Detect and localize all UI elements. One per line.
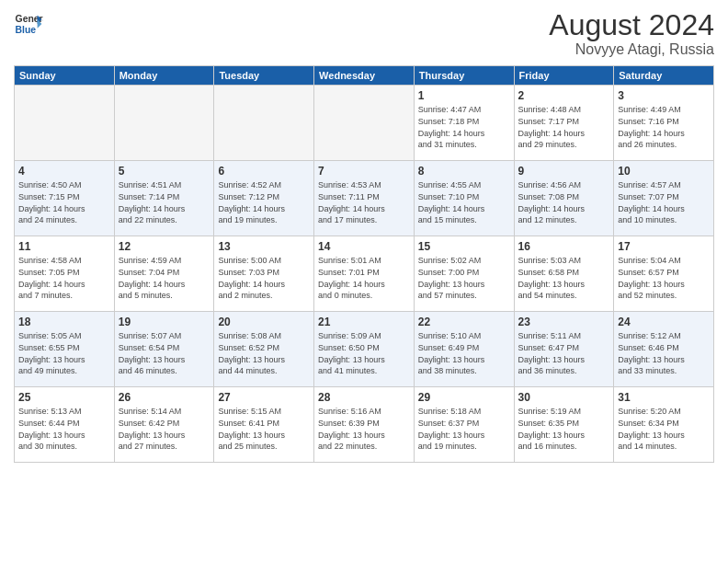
- day-number: 18: [18, 315, 110, 329]
- header-tuesday: Tuesday: [214, 66, 314, 86]
- day-cell: 18Sunrise: 5:05 AM Sunset: 6:55 PM Dayli…: [15, 312, 115, 387]
- day-number: 8: [418, 164, 510, 178]
- header-thursday: Thursday: [414, 66, 514, 86]
- day-number: 10: [618, 164, 710, 178]
- month-title: August 2024: [549, 9, 714, 41]
- day-cell: 14Sunrise: 5:01 AM Sunset: 7:01 PM Dayli…: [314, 236, 415, 312]
- day-cell: 9Sunrise: 4:56 AM Sunset: 7:08 PM Daylig…: [514, 161, 614, 236]
- header-saturday: Saturday: [614, 66, 714, 86]
- logo-icon: General Blue: [14, 9, 43, 39]
- day-number: 13: [218, 239, 310, 254]
- day-info: Sunrise: 5:07 AM Sunset: 6:54 PM Dayligh…: [119, 330, 210, 376]
- day-cell: 13Sunrise: 5:00 AM Sunset: 7:03 PM Dayli…: [214, 236, 314, 312]
- header-sunday: Sunday: [15, 66, 115, 86]
- day-cell: [214, 86, 314, 161]
- day-info: Sunrise: 5:01 AM Sunset: 7:01 PM Dayligh…: [318, 255, 410, 301]
- day-number: 23: [518, 315, 610, 329]
- day-number: 30: [518, 390, 610, 405]
- week-row-2: 4Sunrise: 4:50 AM Sunset: 7:15 PM Daylig…: [15, 161, 714, 236]
- title-block: August 2024 Novyye Atagi, Russia: [549, 9, 714, 58]
- header-wednesday: Wednesday: [314, 66, 415, 86]
- day-info: Sunrise: 4:52 AM Sunset: 7:12 PM Dayligh…: [218, 179, 310, 225]
- day-number: 19: [119, 315, 210, 329]
- day-info: Sunrise: 5:08 AM Sunset: 6:52 PM Dayligh…: [218, 330, 310, 376]
- day-number: 26: [119, 390, 210, 405]
- header-monday: Monday: [114, 66, 214, 86]
- day-number: 12: [119, 239, 210, 254]
- day-number: 17: [618, 239, 710, 254]
- day-info: Sunrise: 4:48 AM Sunset: 7:17 PM Dayligh…: [518, 104, 610, 150]
- day-info: Sunrise: 5:04 AM Sunset: 6:57 PM Dayligh…: [618, 255, 710, 301]
- day-number: 15: [418, 239, 510, 254]
- day-cell: 20Sunrise: 5:08 AM Sunset: 6:52 PM Dayli…: [214, 312, 314, 387]
- day-info: Sunrise: 5:20 AM Sunset: 6:34 PM Dayligh…: [618, 406, 710, 452]
- week-row-5: 25Sunrise: 5:13 AM Sunset: 6:44 PM Dayli…: [15, 387, 714, 463]
- day-number: 24: [618, 315, 710, 329]
- day-info: Sunrise: 4:50 AM Sunset: 7:15 PM Dayligh…: [18, 179, 110, 225]
- day-number: 5: [119, 164, 210, 178]
- day-info: Sunrise: 4:56 AM Sunset: 7:08 PM Dayligh…: [518, 179, 610, 225]
- day-info: Sunrise: 4:53 AM Sunset: 7:11 PM Dayligh…: [318, 179, 410, 225]
- day-number: 29: [418, 390, 510, 405]
- day-cell: 26Sunrise: 5:14 AM Sunset: 6:42 PM Dayli…: [114, 387, 214, 463]
- day-cell: 15Sunrise: 5:02 AM Sunset: 7:00 PM Dayli…: [414, 236, 514, 312]
- day-cell: [314, 86, 415, 161]
- day-info: Sunrise: 4:57 AM Sunset: 7:07 PM Dayligh…: [618, 179, 710, 225]
- day-number: 28: [318, 390, 410, 405]
- day-info: Sunrise: 5:09 AM Sunset: 6:50 PM Dayligh…: [318, 330, 410, 376]
- day-number: 27: [218, 390, 310, 405]
- day-number: 3: [618, 88, 710, 103]
- day-number: 4: [18, 164, 110, 178]
- day-number: 9: [518, 164, 610, 178]
- header-friday: Friday: [514, 66, 614, 86]
- location-title: Novyye Atagi, Russia: [549, 41, 714, 58]
- day-number: 2: [518, 88, 610, 103]
- day-cell: 2Sunrise: 4:48 AM Sunset: 7:17 PM Daylig…: [514, 86, 614, 161]
- day-cell: 16Sunrise: 5:03 AM Sunset: 6:58 PM Dayli…: [514, 236, 614, 312]
- day-info: Sunrise: 5:11 AM Sunset: 6:47 PM Dayligh…: [518, 330, 610, 376]
- day-cell: 10Sunrise: 4:57 AM Sunset: 7:07 PM Dayli…: [614, 161, 714, 236]
- day-info: Sunrise: 4:51 AM Sunset: 7:14 PM Dayligh…: [119, 179, 210, 225]
- day-number: 31: [618, 390, 710, 405]
- day-cell: 3Sunrise: 4:49 AM Sunset: 7:16 PM Daylig…: [614, 86, 714, 161]
- day-number: 16: [518, 239, 610, 254]
- day-cell: 5Sunrise: 4:51 AM Sunset: 7:14 PM Daylig…: [114, 161, 214, 236]
- day-cell: [114, 86, 214, 161]
- day-cell: 7Sunrise: 4:53 AM Sunset: 7:11 PM Daylig…: [314, 161, 415, 236]
- day-info: Sunrise: 5:02 AM Sunset: 7:00 PM Dayligh…: [418, 255, 510, 301]
- day-info: Sunrise: 5:13 AM Sunset: 6:44 PM Dayligh…: [18, 406, 110, 452]
- calendar: Sunday Monday Tuesday Wednesday Thursday…: [14, 65, 714, 463]
- day-number: 11: [18, 239, 110, 254]
- day-cell: 19Sunrise: 5:07 AM Sunset: 6:54 PM Dayli…: [114, 312, 214, 387]
- day-cell: 24Sunrise: 5:12 AM Sunset: 6:46 PM Dayli…: [614, 312, 714, 387]
- weekday-header-row: Sunday Monday Tuesday Wednesday Thursday…: [15, 66, 714, 86]
- header: General Blue August 2024 Novyye Atagi, R…: [14, 9, 714, 58]
- day-number: 20: [218, 315, 310, 329]
- day-cell: 11Sunrise: 4:58 AM Sunset: 7:05 PM Dayli…: [15, 236, 115, 312]
- day-number: 25: [18, 390, 110, 405]
- page: General Blue August 2024 Novyye Atagi, R…: [0, 0, 728, 563]
- day-info: Sunrise: 4:47 AM Sunset: 7:18 PM Dayligh…: [418, 104, 510, 150]
- day-info: Sunrise: 5:10 AM Sunset: 6:49 PM Dayligh…: [418, 330, 510, 376]
- day-cell: 30Sunrise: 5:19 AM Sunset: 6:35 PM Dayli…: [514, 387, 614, 463]
- day-cell: 12Sunrise: 4:59 AM Sunset: 7:04 PM Dayli…: [114, 236, 214, 312]
- day-info: Sunrise: 5:16 AM Sunset: 6:39 PM Dayligh…: [318, 406, 410, 452]
- day-number: 21: [318, 315, 410, 329]
- day-cell: 31Sunrise: 5:20 AM Sunset: 6:34 PM Dayli…: [614, 387, 714, 463]
- day-cell: 4Sunrise: 4:50 AM Sunset: 7:15 PM Daylig…: [15, 161, 115, 236]
- day-info: Sunrise: 5:05 AM Sunset: 6:55 PM Dayligh…: [18, 330, 110, 376]
- day-cell: 27Sunrise: 5:15 AM Sunset: 6:41 PM Dayli…: [214, 387, 314, 463]
- svg-text:Blue: Blue: [16, 25, 37, 35]
- day-number: 6: [218, 164, 310, 178]
- week-row-1: 1Sunrise: 4:47 AM Sunset: 7:18 PM Daylig…: [15, 86, 714, 161]
- day-info: Sunrise: 5:00 AM Sunset: 7:03 PM Dayligh…: [218, 255, 310, 301]
- day-cell: 8Sunrise: 4:55 AM Sunset: 7:10 PM Daylig…: [414, 161, 514, 236]
- day-cell: 25Sunrise: 5:13 AM Sunset: 6:44 PM Dayli…: [15, 387, 115, 463]
- logo: General Blue: [14, 9, 43, 39]
- day-number: 22: [418, 315, 510, 329]
- day-info: Sunrise: 5:14 AM Sunset: 6:42 PM Dayligh…: [119, 406, 210, 452]
- day-cell: 17Sunrise: 5:04 AM Sunset: 6:57 PM Dayli…: [614, 236, 714, 312]
- day-cell: 21Sunrise: 5:09 AM Sunset: 6:50 PM Dayli…: [314, 312, 415, 387]
- day-info: Sunrise: 4:49 AM Sunset: 7:16 PM Dayligh…: [618, 104, 710, 150]
- day-cell: 6Sunrise: 4:52 AM Sunset: 7:12 PM Daylig…: [214, 161, 314, 236]
